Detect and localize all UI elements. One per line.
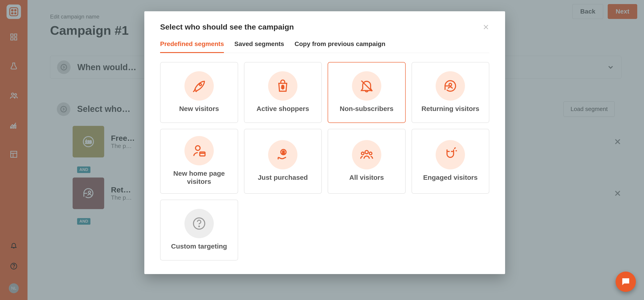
svg-point-29 <box>449 83 452 86</box>
purchase-icon: $ <box>268 140 298 170</box>
svg-text:$: $ <box>282 150 284 155</box>
card-label: Engaged visitors <box>423 174 478 182</box>
user-home-icon <box>184 136 214 165</box>
shopping-bag-icon: $ <box>268 71 298 100</box>
svg-text:$: $ <box>282 84 284 90</box>
svg-point-37 <box>369 152 372 155</box>
segment-cards: New visitors $ Active shoppers Non-subsc… <box>160 62 489 260</box>
modal-title: Select who should see the campaign <box>160 22 294 31</box>
card-label: All visitors <box>349 174 384 182</box>
card-custom-targeting[interactable]: Custom targeting <box>160 200 238 260</box>
rocket-icon <box>184 71 214 100</box>
card-non-subscribers[interactable]: Non-subscribers <box>328 62 406 123</box>
group-icon <box>352 140 381 170</box>
card-label: Active shoppers <box>256 105 309 113</box>
segment-modal: Select who should see the campaign Prede… <box>144 11 505 274</box>
card-label: Returning visitors <box>422 105 480 113</box>
tab-predefined-segments[interactable]: Predefined segments <box>160 40 224 53</box>
card-just-purchased[interactable]: $ Just purchased <box>244 129 322 194</box>
svg-rect-31 <box>200 152 205 156</box>
card-returning-visitors[interactable]: Returning visitors <box>412 62 490 123</box>
svg-point-35 <box>365 150 368 154</box>
card-active-shoppers[interactable]: $ Active shoppers <box>244 62 322 123</box>
returning-user-icon <box>436 71 465 100</box>
svg-point-43 <box>199 226 199 227</box>
card-label: Custom targeting <box>171 242 227 250</box>
tab-copy-previous[interactable]: Copy from previous campaign <box>294 40 385 53</box>
card-label: Just purchased <box>258 174 308 182</box>
svg-point-26 <box>199 84 201 86</box>
card-label: New home page visitors <box>165 170 233 186</box>
chat-fab[interactable] <box>616 272 636 292</box>
modal-tabs: Predefined segments Saved segments Copy … <box>160 40 489 53</box>
bell-off-icon <box>352 71 381 100</box>
card-all-visitors[interactable]: All visitors <box>328 129 406 194</box>
card-new-home-page-visitors[interactable]: New home page visitors <box>160 129 238 194</box>
question-icon <box>184 209 214 238</box>
svg-point-36 <box>361 152 364 155</box>
tab-saved-segments[interactable]: Saved segments <box>234 40 284 53</box>
svg-line-40 <box>454 148 456 149</box>
card-label: Non-subscribers <box>340 105 394 113</box>
card-label: New visitors <box>179 105 219 113</box>
card-new-visitors[interactable]: New visitors <box>160 62 238 123</box>
modal-header: Select who should see the campaign <box>160 22 489 31</box>
magnet-icon <box>436 140 465 170</box>
modal-close-icon[interactable] <box>482 24 489 30</box>
svg-point-30 <box>196 146 200 150</box>
card-engaged-visitors[interactable]: Engaged visitors <box>412 129 490 194</box>
